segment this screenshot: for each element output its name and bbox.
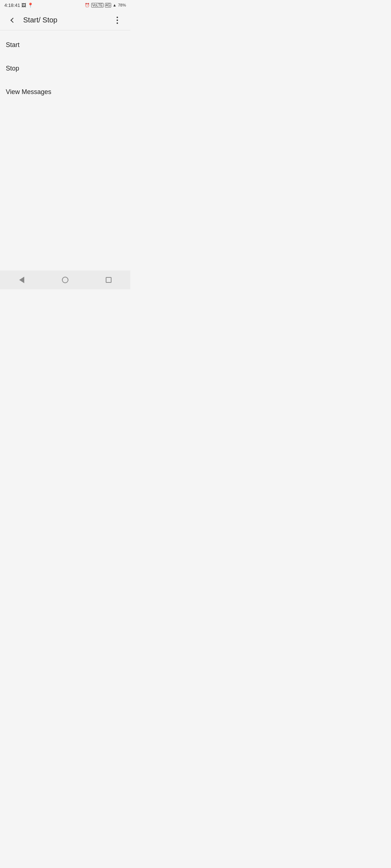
nav-bar <box>0 271 130 289</box>
app-bar: Start/ Stop <box>0 10 130 30</box>
home-nav-icon <box>62 277 68 283</box>
menu-list: Start Stop View Messages <box>0 30 130 107</box>
back-button[interactable] <box>6 13 20 27</box>
app-title: Start/ Stop <box>23 16 110 24</box>
three-dots-icon <box>117 17 118 24</box>
nav-home-button[interactable] <box>54 273 76 287</box>
status-time: 4:18:41 🖼 📍 <box>4 3 33 8</box>
status-icons: ⏰ VoLTE 4G ▲ 78% <box>85 3 126 8</box>
nav-recent-button[interactable] <box>98 273 119 287</box>
nav-back-button[interactable] <box>11 273 33 287</box>
time-display: 4:18:41 <box>4 3 20 8</box>
menu-item-view-messages[interactable]: View Messages <box>0 80 130 104</box>
status-bar: 4:18:41 🖼 📍 ⏰ VoLTE 4G ▲ 78% <box>0 0 130 10</box>
more-options-button[interactable] <box>110 13 125 27</box>
menu-item-start[interactable]: Start <box>0 33 130 57</box>
back-arrow-icon <box>10 17 16 22</box>
menu-item-stop[interactable]: Stop <box>0 57 130 80</box>
recent-nav-icon <box>106 277 112 283</box>
battery-icon: 78% <box>118 3 126 7</box>
lte-icon: VoLTE <box>91 3 103 8</box>
app-icon: 📍 <box>28 3 33 8</box>
signal-icon: ▲ <box>113 3 117 7</box>
back-nav-icon <box>19 277 24 283</box>
photo-icon: 🖼 <box>21 3 26 8</box>
alarm-icon: ⏰ <box>85 3 90 8</box>
4g-icon: 4G <box>105 3 111 8</box>
